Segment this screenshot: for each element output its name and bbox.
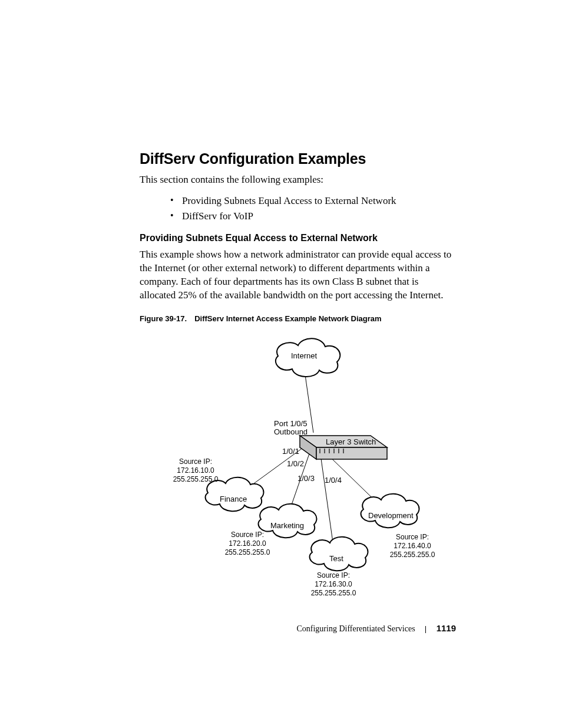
page-footer: Configuring Differentiated Services 1119 (0, 623, 562, 634)
port-outbound-l2: Outbound (274, 427, 308, 436)
page: DiffServ Configuration Examples This sec… (0, 0, 562, 728)
svg-marker-7 (316, 447, 387, 459)
cloud-label-finance: Finance (220, 495, 247, 503)
cloud-label-internet: Internet (291, 351, 317, 360)
port-3: 1/0/3 (297, 474, 315, 483)
list-item: DiffServ for VoIP (170, 209, 456, 224)
network-diagram: Internet Layer 3 Switch Port 1/0/5 Outbo… (151, 332, 458, 610)
footer-section: Configuring Differentiated Services (296, 624, 415, 633)
list-item: Providing Subnets Equal Access to Extern… (170, 193, 456, 209)
bullet-list: Providing Subnets Equal Access to Extern… (140, 193, 456, 225)
ip-finance: Source IP: 172.16.10.0 255.255.255.0 (163, 457, 228, 484)
page-title: DiffServ Configuration Examples (140, 150, 456, 167)
port-2: 1/0/2 (287, 459, 304, 468)
switch-label: Layer 3 Switch (326, 437, 376, 446)
port-4: 1/0/4 (325, 476, 342, 485)
cloud-label-marketing: Marketing (270, 521, 304, 530)
ip-marketing: Source IP: 172.16.20.0 255.255.255.0 (215, 531, 280, 557)
body-text: This example shows how a network adminis… (140, 248, 456, 302)
port-outbound-l1: Port 1/0/5 (274, 419, 307, 428)
ip-test: Source IP: 172.16.30.0 255.255.255.0 (301, 571, 366, 598)
svg-line-3 (320, 454, 334, 551)
cloud-label-test: Test (329, 554, 343, 563)
footer-separator (425, 626, 426, 633)
port-1: 1/0/1 (282, 447, 299, 456)
figure-caption: Figure 39-17. DiffServ Internet Access E… (140, 314, 456, 323)
intro-text: This section contains the following exam… (140, 173, 456, 186)
cloud-label-development: Development (368, 511, 414, 520)
section-heading: Providing Subnets Equal Access to Extern… (140, 233, 456, 243)
ip-development: Source IP: 172.16.40.0 255.255.255.0 (380, 533, 445, 559)
page-number: 1119 (437, 623, 456, 633)
